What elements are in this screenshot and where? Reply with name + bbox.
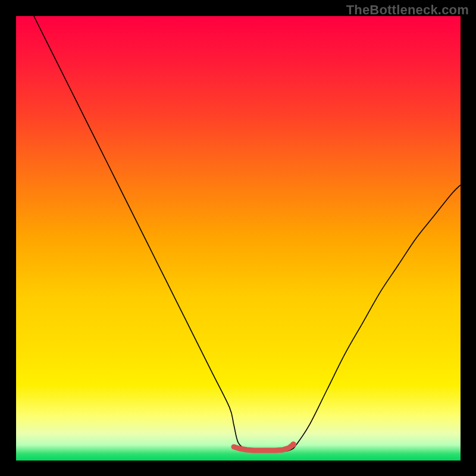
gradient-background xyxy=(16,16,461,461)
chart-plot xyxy=(16,16,461,461)
chart-frame: TheBottleneck.com xyxy=(0,0,476,476)
watermark-text: TheBottleneck.com xyxy=(346,2,469,18)
valley-marker-dot xyxy=(290,441,296,447)
